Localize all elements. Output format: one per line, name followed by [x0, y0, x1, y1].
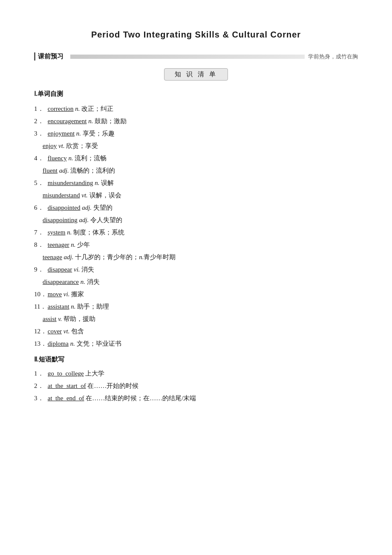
list-item: 2． encouragement n. 鼓励；激励: [34, 116, 358, 127]
phrase-list: 1． go_to_college 上大学 2． at_the_start_of …: [34, 368, 358, 404]
item-num: 3．: [34, 128, 43, 139]
list-item: 11． assistant n. 助手；助理: [34, 301, 358, 312]
zh-def: 搬家: [71, 291, 84, 298]
zh-def: 消失: [81, 266, 94, 273]
en-word: move: [48, 291, 62, 298]
related-en: enjoy: [43, 142, 57, 149]
related-zh: 帮助，援助: [63, 315, 95, 322]
en-word: misunderstanding: [48, 179, 93, 186]
list-item: 1． correction n. 改正；纠正: [34, 103, 358, 115]
related-en: disappointing: [43, 217, 78, 223]
zh-def: 改正；纠正: [81, 105, 113, 112]
list-item: 1． go_to_college 上大学: [34, 368, 358, 379]
section-i-title: Ⅰ.单词自测: [34, 90, 358, 98]
related-pos: vt.: [81, 192, 88, 199]
item-num: 12．: [34, 326, 43, 337]
phrase-zh: 上大学: [85, 370, 104, 377]
pos: n.: [76, 130, 81, 137]
pos: vt.: [63, 328, 70, 335]
item-num: 1．: [34, 103, 43, 115]
related-zh: 令人失望的: [90, 217, 122, 223]
zh-def: 失望的: [93, 204, 112, 211]
en-word: teenager: [48, 241, 69, 248]
section-header-label: 课前预习: [38, 52, 63, 61]
related-word: teenage adj. 十几岁的；青少年的；n.青少年时期: [43, 251, 358, 263]
phrase-en: at_the_end_of: [48, 395, 84, 402]
list-item: 3． enjoyment n. 享受；乐趣: [34, 128, 358, 139]
list-item: 12． cover vt. 包含: [34, 326, 358, 337]
en-word: disappointed: [48, 204, 81, 211]
zh-def: 误解: [101, 179, 114, 186]
related-zh: 流畅的；流利的: [70, 167, 115, 174]
list-item: 7． system n. 制度；体系；系统: [34, 227, 358, 238]
related-en: fluent: [43, 167, 58, 174]
en-word: disappear: [48, 266, 72, 273]
related-pos: n.: [81, 278, 85, 285]
item-num: 2．: [34, 116, 43, 127]
zh-def: 鼓励；激励: [95, 118, 127, 124]
section-header-bar: [70, 55, 305, 59]
pos: vi.: [74, 266, 80, 273]
en-word: cover: [48, 328, 62, 335]
item-num: 13．: [34, 338, 43, 350]
en-word: system: [48, 229, 66, 236]
related-en: assist: [43, 315, 57, 322]
related-zh: 消失: [87, 278, 100, 285]
related-zh: 误解，误会: [89, 192, 121, 199]
item-num: 5．: [34, 177, 43, 189]
list-item: 9． disappear vi. 消失: [34, 264, 358, 275]
phrase-en: go_to_college: [48, 370, 84, 377]
phrase-en: at_the_start_of: [48, 382, 86, 389]
pos: n.: [71, 241, 75, 248]
related-word: fluent adj. 流畅的；流利的: [43, 165, 358, 176]
list-item: 6． disappointed adj. 失望的: [34, 202, 358, 214]
item-num: 6．: [34, 202, 43, 214]
related-word: disappointing adj. 令人失望的: [43, 214, 358, 226]
pos: n.: [71, 303, 75, 310]
list-item: 10． move vi. 搬家: [34, 289, 358, 300]
page-title: Period Two Integrating Skills & Cultural…: [34, 30, 358, 40]
related-word: enjoy vt. 欣赏；享受: [43, 140, 358, 152]
zh-def: 制度；体系；系统: [73, 229, 124, 236]
item-num: 8．: [34, 239, 43, 251]
item-num: 4．: [34, 153, 43, 164]
related-pos: adj.: [59, 167, 69, 174]
item-num: 1．: [34, 368, 43, 379]
knowledge-badge: 知 识 清 单: [34, 68, 358, 81]
related-word: disappearance n. 消失: [43, 276, 358, 288]
zh-def: 流利；流畅: [75, 155, 107, 162]
list-item: 2． at_the_start_of 在……开始的时候: [34, 380, 358, 392]
pos: n.: [88, 118, 93, 124]
related-pos: v.: [58, 315, 62, 322]
phrase-zh: 在……开始的时候: [87, 382, 138, 389]
zh-def: 享受；乐趣: [83, 130, 115, 137]
en-word: diploma: [48, 340, 69, 347]
zh-def: 少年: [77, 241, 90, 248]
zh-def: 文凭；毕业证书: [77, 340, 121, 347]
pos: n.: [95, 179, 99, 186]
pos: n.: [75, 105, 80, 112]
en-word: fluency: [48, 155, 67, 162]
pos: vi.: [63, 291, 70, 298]
item-num: 7．: [34, 227, 43, 238]
zh-def: 助手；助理: [77, 303, 109, 310]
pos: n.: [68, 155, 73, 162]
related-word: misunderstand vt. 误解，误会: [43, 190, 358, 201]
related-en: misunderstand: [43, 192, 80, 199]
phrase-zh: 在……结束的时候；在……的结尾/末端: [86, 395, 196, 402]
related-zh: 十几岁的；青少年的；n.青少年时期: [75, 254, 176, 260]
pos: adj.: [82, 204, 92, 211]
item-num: 3．: [34, 393, 43, 404]
en-word: encouragement: [48, 118, 87, 124]
item-num: 9．: [34, 264, 43, 275]
pos: n.: [67, 229, 72, 236]
en-word: correction: [48, 105, 74, 112]
related-pos: adj.: [64, 254, 74, 260]
item-num: 2．: [34, 380, 43, 392]
list-item: 5． misunderstanding n. 误解: [34, 177, 358, 189]
related-pos: adj.: [79, 217, 89, 223]
list-item: 13． diploma n. 文凭；毕业证书: [34, 338, 358, 350]
item-num: 10．: [34, 289, 43, 300]
list-item: 8． teenager n. 少年: [34, 239, 358, 251]
vocab-list: 1． correction n. 改正；纠正 2． encouragement …: [34, 103, 358, 350]
